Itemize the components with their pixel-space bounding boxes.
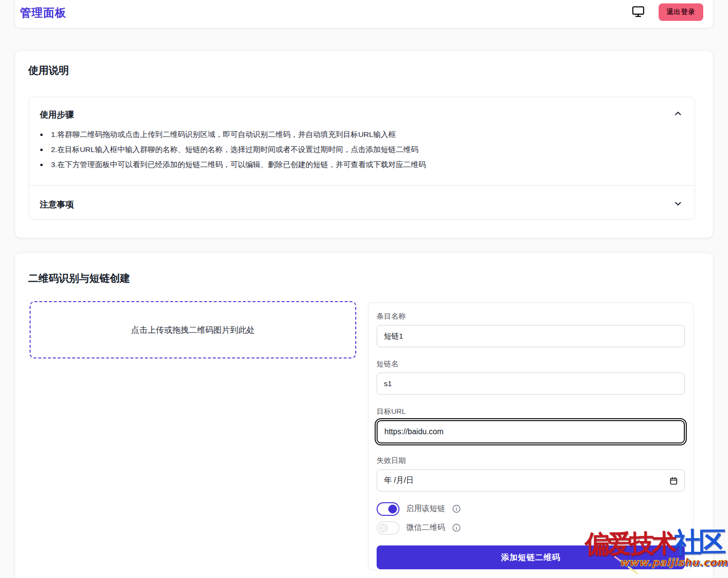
creator-title: 二维码识别与短链创建 (28, 272, 130, 285)
shortlink-form: 条目名称 短链名 目标URL 失效日期 年 /月/日 启用该短链 (368, 302, 694, 570)
entry-name-input[interactable] (377, 325, 685, 347)
notes-title: 注意事项 (40, 199, 74, 210)
enable-shortlink-toggle[interactable] (377, 502, 399, 516)
enable-shortlink-row: 启用该短链 (377, 502, 685, 516)
entry-name-label: 条目名称 (377, 312, 685, 321)
step-item: 1.将群聊二维码拖动或点击上传到二维码识别区域，即可自动识别二维码，并自动填充到… (29, 129, 695, 140)
instructions-card: 使用说明 使用步骤 1.将群聊二维码拖动或点击上传到二维码识别区域，即可自动识别… (15, 51, 713, 238)
expire-date-label: 失效日期 (377, 456, 685, 465)
enable-shortlink-label: 启用该短链 (406, 504, 445, 514)
steps-accordion-header[interactable]: 使用步骤 (29, 97, 695, 128)
short-name-input[interactable] (377, 373, 685, 395)
wechat-qr-label: 微信二维码 (406, 523, 445, 533)
wechat-qr-row: 微信二维码 (377, 521, 685, 535)
steps-title: 使用步骤 (40, 109, 74, 120)
date-placeholder: 年 /月/日 (384, 476, 414, 486)
instructions-accordion: 使用步骤 1.将群聊二维码拖动或点击上传到二维码识别区域，即可自动识别二维码，并… (29, 97, 695, 220)
calendar-icon[interactable] (669, 476, 678, 485)
qr-upload-dropzone[interactable]: 点击上传或拖拽二维码图片到此处 (30, 301, 356, 358)
info-icon[interactable] (452, 523, 461, 532)
toggle-knob (379, 524, 388, 532)
top-bar: 管理面板 退出登录 (15, 0, 713, 28)
expire-date-input[interactable]: 年 /月/日 (377, 469, 685, 492)
target-url-label: 目标URL (377, 407, 685, 416)
chevron-down-icon[interactable] (673, 199, 683, 208)
sparkle-decoration (612, 558, 646, 578)
toggle-knob (388, 505, 397, 513)
steps-list: 1.将群聊二维码拖动或点击上传到二维码识别区域，即可自动识别二维码，并自动填充到… (29, 129, 695, 174)
upload-hint: 点击上传或拖拽二维码图片到此处 (131, 324, 255, 336)
creator-card: 二维码识别与短链创建 点击上传或拖拽二维码图片到此处 条目名称 短链名 目标UR… (15, 253, 713, 578)
target-url-input[interactable] (377, 420, 685, 443)
info-icon[interactable] (452, 504, 461, 513)
logout-button[interactable]: 退出登录 (659, 3, 703, 21)
step-item: 2.在目标URL输入框中输入群聊的名称、短链的名称，选择过期时间或者不设置过期时… (29, 144, 695, 155)
step-item: 3.在下方管理面板中可以看到已经添加的短链二维码，可以编辑、删除已创建的短链，并… (29, 159, 695, 170)
notes-accordion-header[interactable]: 注意事项 (29, 185, 695, 219)
wechat-qr-toggle[interactable] (377, 521, 399, 535)
short-name-label: 短链名 (377, 359, 685, 369)
instructions-title: 使用说明 (28, 64, 69, 77)
chevron-up-icon[interactable] (673, 109, 683, 119)
monitor-icon[interactable] (631, 4, 646, 19)
page-title: 管理面板 (20, 5, 66, 20)
